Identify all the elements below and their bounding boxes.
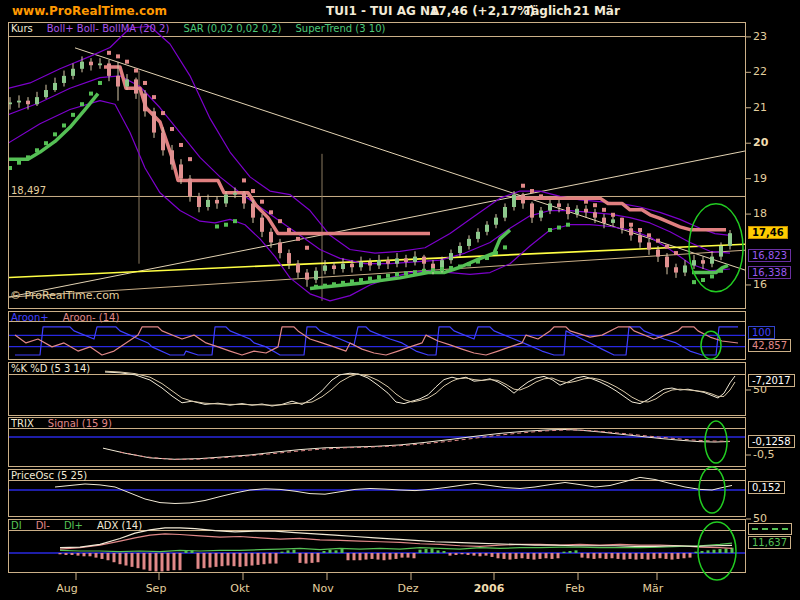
supertrend-up-1 (8, 94, 98, 160)
supertrend-down-1 (104, 67, 430, 234)
aroon-plot-area[interactable] (9, 327, 745, 355)
highlight-ellipse (689, 204, 743, 292)
trix-signal (120, 430, 730, 460)
trendline-ascending-a (0, 151, 745, 299)
price-plot-area[interactable] (0, 26, 745, 301)
stoch-panel-frame (9, 363, 746, 416)
trendline-yellow (0, 244, 745, 278)
chart-canvas[interactable] (0, 0, 800, 600)
trix-plot-area[interactable] (9, 429, 745, 459)
sar-up-dots (8, 81, 723, 289)
trix-panel-frame (9, 418, 746, 467)
posc-plot-area[interactable] (9, 477, 745, 503)
stoch-d (105, 371, 735, 405)
stoch-plot-area[interactable] (105, 371, 735, 406)
aroon-plus (15, 327, 738, 355)
di-plot-area[interactable] (9, 528, 745, 572)
trendline-ascending-b (0, 250, 745, 297)
bollinger-mid (8, 76, 730, 264)
trendline-descending (75, 48, 745, 270)
prorealtime-chart-window: www.ProRealTime.com TUI1 - TUI AG NA 17,… (0, 0, 800, 600)
bollinger-lower (8, 101, 730, 301)
posc-panel-frame (9, 470, 746, 517)
aroon-minus (15, 327, 738, 355)
